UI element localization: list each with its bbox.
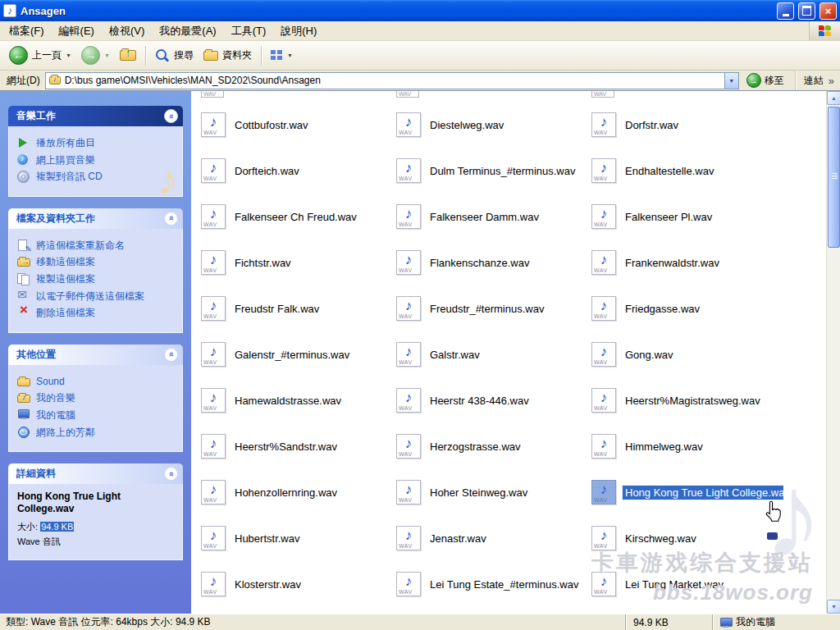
task-item[interactable]: 網路上的芳鄰 bbox=[17, 427, 177, 440]
wav-format-text: WAV bbox=[594, 176, 608, 181]
file-tile[interactable]: ♪WAVLei Tung Estate_#terminus.wav bbox=[395, 570, 588, 598]
address-dropdown-button[interactable]: ▼ bbox=[724, 73, 738, 89]
file-tile[interactable]: ♪WAVHerzogstrasse.wav bbox=[395, 432, 588, 460]
links-label[interactable]: 連結 bbox=[804, 74, 824, 88]
file-tile[interactable]: ♪WAVHohenzollernring.wav bbox=[199, 478, 393, 506]
task-item[interactable]: 複製這個檔案 bbox=[17, 273, 177, 286]
search-button[interactable]: 搜尋 bbox=[151, 46, 198, 66]
menu-item[interactable]: 檔案(F) bbox=[2, 21, 52, 41]
file-name: Dorfstr.wav bbox=[623, 118, 681, 132]
collapse-chevron-icon[interactable]: » bbox=[164, 348, 178, 362]
file-tasks-header[interactable]: 檔案及資料夾工作 » bbox=[8, 208, 183, 229]
file-tile[interactable]: ♪WAVHong Kong True Light College.wav bbox=[590, 478, 783, 506]
file-tile[interactable]: ♪WAVDiestelweg.wav bbox=[395, 111, 588, 139]
wav-format-text: WAV bbox=[203, 176, 217, 181]
vertical-scrollbar[interactable]: ▲ ▼ bbox=[826, 91, 840, 614]
title-bar[interactable]: Ansagen × bbox=[0, 0, 840, 21]
address-combo[interactable]: D:\bus game\OMSI\Vehicles\MAN_SD202\Soun… bbox=[45, 72, 739, 89]
file-tile[interactable]: ♪WAVLei Tung Market.wav bbox=[590, 570, 783, 598]
details-title: 詳細資料 bbox=[16, 467, 56, 481]
views-dropdown-icon[interactable]: ▼ bbox=[287, 52, 293, 58]
task-item[interactable]: 以電子郵件傳送這個檔案 bbox=[17, 290, 177, 304]
collapse-chevron-icon[interactable]: » bbox=[164, 212, 178, 226]
details-size-label: 大小: bbox=[17, 522, 38, 532]
file-tile[interactable]: ♪WAVGalstr.wav bbox=[395, 340, 588, 368]
scroll-up-button[interactable]: ▲ bbox=[827, 91, 840, 105]
collapse-chevron-icon[interactable]: » bbox=[164, 109, 178, 123]
file-tile[interactable]: ♪WAVHamewaldstrasse.wav bbox=[199, 386, 393, 414]
file-tile[interactable]: ♪WAVKirschweg.wav bbox=[590, 524, 783, 552]
file-tile[interactable]: ♪WAVFreudstr_#terminus.wav bbox=[395, 294, 588, 322]
file-tile[interactable]: ♪WAVHeerstr%Magistratsweg.wav bbox=[590, 386, 783, 414]
cd-icon bbox=[17, 171, 30, 182]
task-item[interactable]: 播放所有曲目 bbox=[17, 137, 177, 150]
file-tile[interactable]: ♪WAVHeerstr 438-446.wav bbox=[395, 386, 588, 414]
up-button[interactable] bbox=[116, 48, 140, 63]
back-button[interactable]: 上一頁 ▼ bbox=[5, 43, 75, 67]
file-tile[interactable]: ♪WAVEndhaltestelle.wav bbox=[590, 157, 783, 185]
address-path[interactable]: D:\bus game\OMSI\Vehicles\MAN_SD202\Soun… bbox=[65, 75, 720, 86]
menu-item[interactable]: 編輯(E) bbox=[52, 21, 102, 41]
menu-item[interactable]: 說明(H) bbox=[273, 21, 324, 41]
music-note-glyph: ♪ bbox=[405, 206, 413, 222]
other-places-header[interactable]: 其他位置 » bbox=[8, 345, 183, 365]
wav-format-text: WAV bbox=[203, 130, 217, 135]
menu-item[interactable]: 我的最愛(A) bbox=[152, 21, 223, 41]
minimize-button[interactable] bbox=[777, 2, 794, 20]
close-button[interactable]: × bbox=[819, 2, 837, 20]
task-item[interactable]: 將這個檔案重新命名 bbox=[17, 240, 177, 253]
file-tile[interactable]: ♪WAVGong.wav bbox=[590, 340, 783, 368]
file-name: Freudstr_#terminus.wav bbox=[427, 302, 546, 316]
file-tile[interactable]: ♪WAVDulm Terminus_#terminus.wav bbox=[395, 157, 588, 185]
scrollbar-thumb[interactable] bbox=[828, 107, 840, 248]
file-tile[interactable]: ♪WAVJenastr.wav bbox=[395, 524, 588, 552]
wav-format-text: WAV bbox=[203, 589, 217, 595]
wav-format-text: WAV bbox=[203, 267, 217, 273]
maximize-button[interactable] bbox=[798, 2, 815, 20]
file-tile[interactable]: ♪WAVFrankenwaldstr.wav bbox=[590, 249, 783, 276]
file-tile[interactable]: ♪WAVHoher Steinweg.wav bbox=[395, 478, 588, 506]
back-dropdown-icon[interactable]: ▼ bbox=[66, 52, 71, 58]
folders-button[interactable]: 資料夾 bbox=[199, 46, 256, 65]
views-button[interactable]: ▼ bbox=[267, 48, 297, 63]
task-item[interactable]: 網上購買音樂 bbox=[17, 154, 177, 167]
wav-format-text: WAV bbox=[399, 221, 413, 227]
wav-format-text: WAV bbox=[399, 130, 413, 135]
task-item[interactable]: 我的音樂 bbox=[17, 392, 177, 405]
file-tile[interactable]: ♪WAVDorfstr.wav bbox=[590, 111, 783, 139]
scroll-down-button[interactable]: ▼ bbox=[827, 600, 840, 614]
file-tile[interactable]: ♪WAVFlankenschanze.wav bbox=[395, 249, 588, 276]
file-tile[interactable]: ♪WAVFalkenseer Ch Freud.wav bbox=[199, 203, 393, 231]
task-item[interactable]: 我的電腦 bbox=[17, 409, 177, 422]
file-tile[interactable]: ♪WAVFalkenseer Pl.wav bbox=[590, 203, 783, 231]
forward-button[interactable]: ▼ bbox=[77, 43, 114, 67]
task-item[interactable]: Sound bbox=[17, 376, 177, 389]
file-tile[interactable]: ♪WAVHimmelweg.wav bbox=[590, 432, 783, 460]
details-header[interactable]: 詳細資料 » bbox=[8, 463, 183, 484]
task-item[interactable]: 刪除這個檔案 bbox=[17, 307, 177, 320]
file-tile[interactable]: ♪WAVDorfteich.wav bbox=[199, 157, 393, 185]
file-tile[interactable]: ♪WAVHeerstr%Sandstr.wav bbox=[199, 432, 393, 460]
file-tile[interactable]: ♪WAVFriedgasse.wav bbox=[590, 294, 783, 322]
go-button[interactable]: 移至 bbox=[744, 73, 787, 88]
collapse-chevron-icon[interactable]: » bbox=[164, 467, 178, 481]
file-name: Hubertstr.wav bbox=[232, 532, 302, 546]
file-name: Dorfteich.wav bbox=[232, 164, 302, 178]
file-tile[interactable]: ♪WAVKlosterstr.wav bbox=[199, 570, 393, 598]
chevron-right-icon[interactable]: » bbox=[829, 75, 837, 87]
menu-item[interactable]: 工具(T) bbox=[224, 21, 274, 41]
forward-dropdown-icon[interactable]: ▼ bbox=[104, 52, 110, 58]
back-arrow-icon bbox=[9, 46, 28, 65]
main-area: 音樂工作 » 播放所有曲目網上購買音樂複製到音訊 CD ♪ 檔案及資料夾工作 »… bbox=[0, 91, 840, 614]
task-item[interactable]: 複製到音訊 CD bbox=[17, 171, 177, 184]
task-item[interactable]: 移動這個檔案 bbox=[17, 256, 177, 269]
file-tile[interactable]: ♪WAVFreudstr Falk.wav bbox=[199, 294, 393, 322]
file-name: Friedgasse.wav bbox=[623, 302, 702, 316]
file-tile[interactable]: ♪WAVFalkenseer Damm.wav bbox=[395, 203, 588, 231]
file-tile[interactable]: ♪WAVHubertstr.wav bbox=[199, 524, 393, 552]
file-tile[interactable]: ♪WAVGalenstr_#terminus.wav bbox=[199, 340, 393, 368]
music-tasks-header[interactable]: 音樂工作 » bbox=[8, 106, 183, 126]
file-tile[interactable]: ♪WAVFichtstr.wav bbox=[199, 249, 393, 276]
file-tile[interactable]: ♪WAVCottbufostr.wav bbox=[199, 111, 393, 139]
menu-item[interactable]: 檢視(V) bbox=[102, 21, 152, 41]
